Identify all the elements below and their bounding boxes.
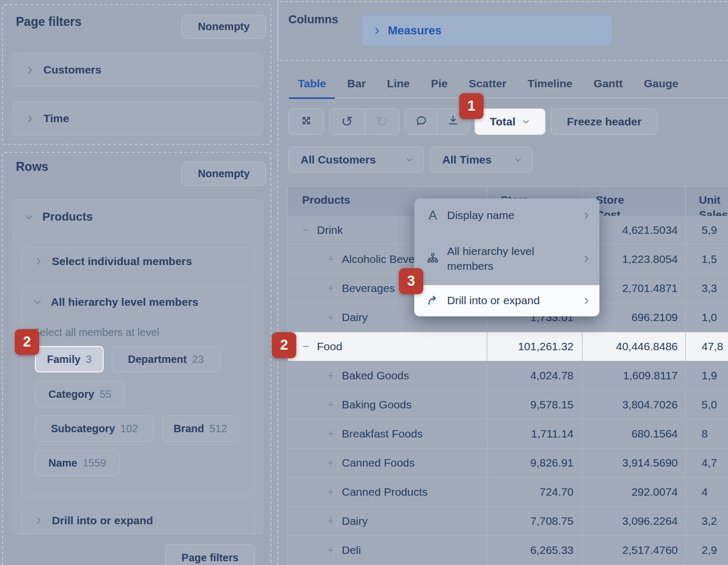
row-label: Baking Goods (342, 398, 412, 411)
cell-unit-sales: 5,9 (686, 216, 728, 245)
collapse-icon[interactable]: − (301, 223, 311, 237)
level-name: Category (49, 388, 95, 400)
products-hierarchy-header[interactable]: Products (13, 200, 262, 234)
row-label: Dairy (342, 515, 368, 527)
fullscreen-button[interactable] (288, 108, 324, 135)
level-count: 102 (120, 423, 138, 435)
chevron-right-icon (582, 254, 591, 263)
level-count: 1559 (83, 457, 106, 469)
row-canned-products[interactable]: +Canned Products (288, 478, 487, 507)
products-group: Products Select individual members All h… (13, 199, 263, 534)
expand-row-icon[interactable]: + (326, 311, 335, 324)
tab-pie[interactable]: Pie (422, 77, 457, 99)
level-count: 55 (99, 388, 111, 400)
page-filters-button[interactable]: Page filters (165, 544, 255, 565)
level-chip-subcategory[interactable]: Subcategory 102 (35, 415, 154, 442)
cell-store-cost: 1,609.8117 (583, 361, 686, 390)
level-name: Family (47, 353, 80, 366)
chevron-right-icon (582, 296, 591, 305)
tab-bar[interactable]: Bar (338, 77, 375, 99)
row-baked-goods[interactable]: +Baked Goods (288, 361, 487, 390)
row-label: Canned Products (342, 486, 427, 498)
row-label: Deli (342, 544, 361, 557)
chevron-down-icon (522, 117, 530, 126)
tab-gauge[interactable]: Gauge (635, 77, 687, 99)
download-icon (447, 114, 460, 130)
nonempty-toggle-pagefilters[interactable]: Nonempty (181, 15, 266, 39)
cell-store-cost: 292.0074 (583, 478, 686, 507)
products-hierarchy-label: Products (42, 210, 93, 224)
row-dairy-food[interactable]: +Dairy (288, 507, 487, 536)
row-deli[interactable]: +Deli (288, 536, 487, 565)
expand-row-icon[interactable]: + (326, 456, 335, 470)
redo-button[interactable]: ↻ (365, 109, 399, 134)
menu-item-all-hierarchy-levels[interactable]: All hierarchy level members (414, 232, 599, 285)
all-customers-dropdown[interactable]: All Customers (288, 147, 424, 173)
expand-row-icon[interactable]: + (326, 369, 335, 382)
filter-section-customers[interactable]: Customers (13, 53, 263, 87)
expand-row-icon[interactable]: + (326, 281, 335, 295)
hierarchy-icon (424, 252, 442, 266)
undo-redo-group: ↺ ↻ (329, 108, 399, 135)
select-individual-members[interactable]: Select individual members (22, 248, 255, 275)
expand-row-icon[interactable]: + (326, 485, 335, 499)
cell-unit-sales: 3,3 (686, 274, 728, 303)
all-hierarchy-levels-header[interactable]: All hierarchy level members (22, 288, 254, 316)
cell-store-sales: 4,024.78 (487, 361, 583, 390)
drill-arrow-icon (424, 294, 442, 307)
level-chip-category[interactable]: Category 55 (35, 381, 125, 407)
total-dropdown[interactable]: Total (475, 108, 545, 135)
chart-type-tabs: Table Bar Line Pie Scatter Timeline Gant… (289, 69, 728, 98)
freeze-header-button[interactable]: Freeze header (551, 108, 658, 135)
cell-unit-sales: 8 (686, 420, 728, 449)
measures-pill[interactable]: Measures (361, 15, 613, 47)
menu-item-display-name[interactable]: A Display name (414, 198, 599, 232)
level-chip-family[interactable]: Family 3 (35, 346, 104, 372)
drill-into-or-expand-section[interactable]: Drill into or expand (22, 507, 255, 534)
row-label: Beverages (342, 282, 395, 295)
tab-table[interactable]: Table (289, 77, 335, 99)
expand-row-icon[interactable]: + (326, 398, 335, 412)
collapse-icon[interactable]: − (301, 340, 311, 353)
filter-section-time[interactable]: Time (13, 102, 263, 135)
page-filters-dropzone: Page filters Nonempty Customers Time (2, 4, 271, 145)
expand-row-icon[interactable]: + (326, 543, 335, 557)
tab-gantt[interactable]: Gantt (585, 77, 632, 99)
comment-icon (415, 114, 428, 130)
nonempty-toggle-rows[interactable]: Nonempty (181, 162, 266, 186)
chevron-right-icon (25, 65, 35, 75)
level-chip-name[interactable]: Name 1559 (35, 450, 120, 476)
cell-store-sales: 724.70 (487, 478, 583, 507)
undo-icon: ↺ (341, 115, 353, 129)
level-chip-brand[interactable]: Brand 512 (162, 415, 239, 442)
row-canned-foods[interactable]: +Canned Foods (288, 449, 487, 478)
comment-button[interactable] (405, 109, 437, 134)
rows-title: Rows (16, 160, 48, 174)
undo-button[interactable]: ↺ (330, 109, 365, 134)
all-times-dropdown[interactable]: All Times (430, 147, 532, 173)
layout-divider (277, 0, 278, 565)
row-baking-goods[interactable]: +Baking Goods (288, 390, 487, 420)
expand-row-icon[interactable]: + (326, 514, 335, 528)
step-badge-2-right: 2 (272, 332, 296, 358)
expand-row-icon[interactable]: + (326, 252, 335, 266)
filter-section-label: Time (43, 112, 69, 125)
row-food[interactable]: −Food (288, 332, 487, 361)
chevron-right-icon (25, 114, 35, 124)
chevron-down-icon (33, 297, 42, 307)
cell-unit-sales: 1,5 (686, 245, 728, 274)
select-individual-members-label: Select individual members (52, 255, 192, 268)
cell-store-sales: 6,265.33 (487, 536, 583, 565)
redo-icon: ↻ (376, 115, 388, 129)
level-chip-department[interactable]: Department 23 (112, 346, 220, 372)
menu-item-drill-into-or-expand[interactable]: Drill into or expand (414, 285, 599, 316)
tab-timeline[interactable]: Timeline (518, 77, 581, 99)
level-count: 512 (210, 423, 227, 435)
tab-line[interactable]: Line (378, 77, 418, 99)
cell-store-cost: 3,096.2264 (583, 507, 686, 536)
row-breakfast-foods[interactable]: +Breakfast Foods (288, 420, 487, 449)
row-label: Breakfast Foods (342, 427, 423, 440)
products-context-menu: A Display name All hierarchy level membe… (414, 198, 599, 316)
expand-row-icon[interactable]: + (326, 427, 335, 441)
level-name: Department (128, 353, 187, 366)
